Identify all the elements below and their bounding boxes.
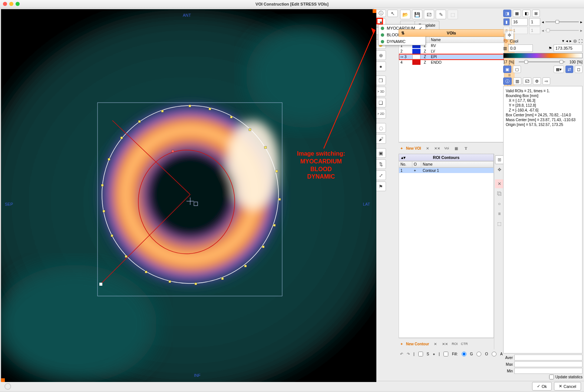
stats-tab-bars[interactable]: ▥ bbox=[513, 77, 521, 85]
text-icon[interactable]: T bbox=[463, 145, 469, 152]
delete-all-icon[interactable]: ✕✕ bbox=[434, 145, 441, 152]
next-icon[interactable]: ▸ bbox=[570, 39, 572, 43]
colormap-name[interactable]: Cool bbox=[510, 39, 561, 43]
slice-total-input[interactable] bbox=[529, 18, 540, 26]
brush-icon[interactable]: 🖌 bbox=[376, 134, 386, 144]
voi-row-epi[interactable]: ⇨ 3ZEPI bbox=[399, 54, 504, 60]
redo-icon[interactable]: ↷ bbox=[407, 352, 410, 356]
box-icon[interactable]: ▣ bbox=[376, 148, 386, 158]
wand-icon[interactable]: ✎ bbox=[436, 10, 446, 19]
disabled-tool-icon: ⬚ bbox=[448, 10, 458, 19]
square-button[interactable]: ◻ bbox=[575, 66, 583, 73]
render-2d-icon[interactable]: ❏ bbox=[376, 98, 386, 107]
orientation-inf: INF bbox=[194, 373, 201, 378]
svg-rect-38 bbox=[99, 283, 102, 286]
delete-all-icon[interactable]: ✕✕ bbox=[442, 340, 448, 347]
svg-rect-12 bbox=[189, 105, 191, 107]
save-icon[interactable]: 💾 bbox=[412, 10, 422, 19]
new-contour-icon[interactable]: ✦ bbox=[400, 342, 403, 346]
new-contour-button[interactable]: New Contour bbox=[406, 342, 429, 346]
menu-item-dynamic[interactable]: DYNAMIC bbox=[379, 38, 425, 45]
prev-icon[interactable]: ◂ bbox=[542, 20, 544, 24]
svg-rect-21 bbox=[244, 265, 247, 267]
stats-tab-gear[interactable]: ⚙ bbox=[533, 77, 541, 85]
prev-icon[interactable]: ◂ bbox=[566, 39, 568, 43]
layout-4-button[interactable]: ⊞ bbox=[532, 10, 540, 17]
fill-a-radio[interactable] bbox=[492, 352, 496, 356]
window-slider[interactable] bbox=[519, 59, 565, 64]
svg-rect-30 bbox=[108, 158, 110, 160]
resize-icon[interactable]: ⤢ bbox=[376, 170, 386, 180]
voi-row-lv[interactable]: 2ZLV bbox=[399, 49, 504, 54]
swatch-icon bbox=[381, 40, 384, 43]
open-icon[interactable]: 📂 bbox=[400, 10, 410, 19]
flag-icon[interactable]: ⚑ bbox=[548, 46, 552, 51]
cancel-button[interactable]: ✕Cancel bbox=[554, 382, 581, 391]
aver-field bbox=[514, 355, 583, 361]
frame-a-input bbox=[511, 27, 528, 34]
update-stats-checkbox[interactable] bbox=[549, 375, 554, 379]
stats-tab-send[interactable]: ⇨ bbox=[542, 77, 550, 85]
collapse-icon[interactable]: ▴▾ bbox=[401, 155, 406, 160]
down-icon[interactable]: ▾ bbox=[562, 39, 564, 43]
voi-row-endo[interactable]: 4ZENDO bbox=[399, 60, 504, 65]
svg-rect-0 bbox=[1, 9, 376, 382]
orientation-sep: SEP bbox=[5, 202, 13, 206]
svg-rect-26 bbox=[125, 255, 127, 258]
ok-button[interactable]: ✓Ok bbox=[532, 382, 552, 391]
ctr-icon[interactable]: CTR bbox=[461, 340, 468, 347]
stats-tab-graph[interactable]: 🗠 bbox=[523, 77, 531, 85]
slice-current-input[interactable] bbox=[511, 18, 528, 26]
flag-icon[interactable]: ⚑ bbox=[376, 182, 386, 191]
delete-icon[interactable]: ✕ bbox=[432, 340, 439, 347]
fill-o-radio[interactable] bbox=[476, 352, 481, 356]
circle-dotted-icon[interactable]: ◌ bbox=[376, 123, 386, 133]
mode-b-button[interactable]: ▢ bbox=[513, 66, 521, 73]
grid-button[interactable]: ▦▾ bbox=[554, 66, 564, 73]
slice-slider[interactable] bbox=[545, 19, 579, 24]
roi-tool-icon[interactable]: ROI bbox=[451, 340, 458, 347]
undo-icon[interactable]: ↶ bbox=[400, 352, 403, 356]
colormap-gradient[interactable] bbox=[503, 53, 583, 58]
s-checkbox[interactable] bbox=[418, 352, 423, 356]
new-voi-button[interactable]: New VOI bbox=[406, 146, 421, 150]
delete-icon[interactable]: ✕ bbox=[424, 145, 431, 152]
grid-icon[interactable]: ▦ bbox=[453, 145, 460, 152]
expand-icon[interactable]: ⛶ bbox=[578, 39, 583, 43]
to-3d-button[interactable]: > 3D bbox=[376, 87, 386, 96]
layout-2-button[interactable]: ▦ bbox=[513, 10, 521, 17]
compass-tool-icon[interactable]: ⊕ bbox=[376, 50, 386, 60]
fill-checkbox[interactable] bbox=[443, 352, 448, 356]
roi-row-contour1[interactable]: 1 + Contour 1 bbox=[399, 168, 494, 173]
stats-text: Valid ROIs = 21, times = 1. Bounding Box… bbox=[503, 86, 583, 353]
svg-point-6 bbox=[146, 150, 235, 239]
range-min-input[interactable] bbox=[508, 44, 533, 52]
layout-1-button[interactable]: ◨ bbox=[503, 10, 511, 17]
voi-tool-icon[interactable]: Voi bbox=[443, 145, 450, 152]
new-voi-icon[interactable]: ✦ bbox=[400, 146, 403, 150]
mode-a-button[interactable]: ▣ bbox=[503, 66, 511, 73]
pointer-icon[interactable]: ↖ bbox=[387, 10, 398, 17]
dot-icon[interactable]: ● bbox=[433, 352, 435, 356]
sort-icon[interactable]: ⇅ bbox=[401, 31, 405, 36]
svg-rect-24 bbox=[169, 280, 171, 283]
link-button[interactable]: ⇄ bbox=[565, 66, 573, 73]
fill-g-radio[interactable] bbox=[462, 352, 466, 356]
range-max-input[interactable] bbox=[554, 44, 583, 52]
tool-column-left: ⓘ ▾ ▾ ✋ ⊕ ● ❒ > 3D ❏ > 2D ◌ 🖌 ▣ ⇅ ⤢ ⚑ bbox=[375, 8, 387, 381]
render-3d-icon[interactable]: ❒ bbox=[376, 76, 386, 85]
link-icon[interactable]: ⇅ bbox=[376, 159, 386, 169]
to-2d-button[interactable]: > 2D bbox=[376, 109, 386, 119]
orb-tool-icon[interactable]: ● bbox=[376, 62, 386, 71]
info-icon[interactable]: ⓘ bbox=[376, 10, 386, 17]
palette-icon[interactable]: 🎨 bbox=[503, 39, 508, 43]
slice-indicator-icon[interactable]: ▮ bbox=[503, 18, 510, 26]
svg-point-4 bbox=[86, 91, 294, 298]
layout-3-button[interactable]: ◧ bbox=[522, 10, 531, 17]
image-viewer[interactable]: ANT SEP LAT INF Image switching: MYOCARD… bbox=[1, 9, 374, 382]
stats-tab-info[interactable]: ⓘ bbox=[503, 77, 512, 85]
svg-rect-7 bbox=[98, 103, 282, 296]
next-icon[interactable]: ▸ bbox=[580, 20, 583, 24]
target-icon[interactable]: ◎ bbox=[573, 39, 577, 43]
stats-icon[interactable]: 🗠 bbox=[424, 10, 434, 19]
